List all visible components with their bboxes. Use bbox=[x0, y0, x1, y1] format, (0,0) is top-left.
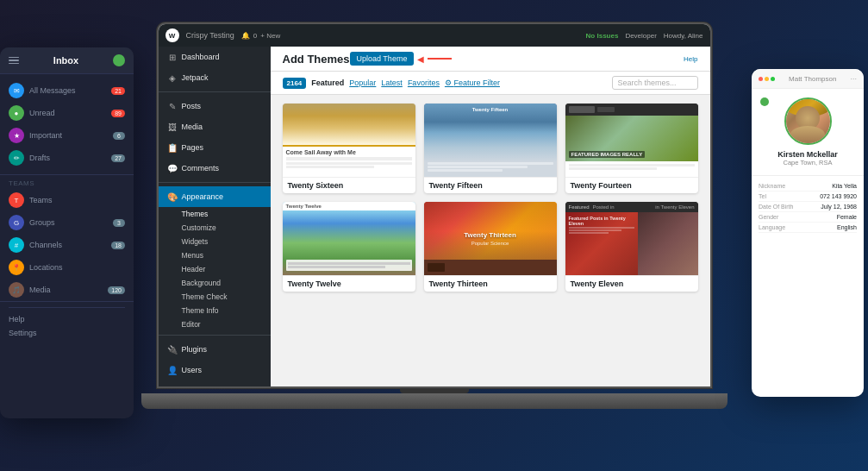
media-label: Media bbox=[29, 286, 51, 294]
groups-item[interactable]: G Groups 3 bbox=[0, 211, 134, 234]
unread-badge: 89 bbox=[111, 110, 125, 117]
laptop-screen: W Crispy Testing 🔔 0 + New No Issues Dev… bbox=[159, 24, 710, 386]
rp-avatar-image bbox=[786, 99, 830, 143]
plugins-icon: 🔌 bbox=[167, 344, 178, 355]
sidebar-item-comments[interactable]: 💬 Comments bbox=[159, 158, 271, 179]
theme-name-twelve: Twenty Twelve bbox=[283, 275, 415, 292]
sidebar-item-jetpack[interactable]: ◈ Jetpack bbox=[159, 67, 271, 88]
site-name: Crispy Testing bbox=[186, 31, 234, 40]
filter-featured[interactable]: Featured bbox=[311, 78, 344, 87]
howdy-label[interactable]: Howdy, Aline bbox=[664, 32, 703, 40]
rp-menu-icon[interactable]: ··· bbox=[850, 74, 857, 83]
rp-dots bbox=[759, 77, 775, 81]
arrow-pointer bbox=[417, 53, 452, 64]
topbar-icons: 🔔 0 + New bbox=[241, 32, 280, 40]
sidebar-item-dashboard[interactable]: ⊞ Dashboard bbox=[159, 47, 271, 67]
sidebar-sub-customize[interactable]: Customize bbox=[159, 221, 271, 235]
media-badge: 120 bbox=[108, 286, 125, 294]
drafts-icon: ✏ bbox=[9, 150, 24, 166]
theme-count-badge: 2164 bbox=[283, 78, 307, 89]
sidebar-sub-theme-check[interactable]: Theme Check bbox=[159, 290, 271, 304]
theme-card-twenty-eleven[interactable]: Featured Posted in in Twenty Eleven Feat… bbox=[565, 202, 698, 292]
all-messages-item[interactable]: ✉ All Messages 21 bbox=[0, 79, 134, 102]
label-gender: Gender bbox=[759, 214, 778, 220]
dashboard-label: Dashboard bbox=[182, 53, 220, 61]
wp-screen: W Crispy Testing 🔔 0 + New No Issues Dev… bbox=[159, 24, 710, 386]
left-panel-header: Inbox bbox=[0, 47, 134, 74]
filter-favorites[interactable]: Favorites bbox=[408, 78, 440, 87]
value-language: English bbox=[837, 224, 857, 230]
online-status-dot bbox=[760, 97, 769, 106]
page-title: Add Themes bbox=[283, 53, 350, 66]
label-dob: Date Of Birth bbox=[759, 204, 793, 210]
teams-item[interactable]: T Teams bbox=[0, 189, 134, 211]
info-row-nickname: Nickname Kita Yella bbox=[759, 181, 857, 192]
sidebar-sub-background[interactable]: Background bbox=[159, 276, 271, 290]
theme-thumbnail-fifteen: Twenty Fifteen bbox=[424, 104, 557, 177]
sidebar-sub-theme-info[interactable]: Theme Info bbox=[159, 304, 271, 317]
developer-link[interactable]: Developer bbox=[625, 32, 656, 40]
locations-icon: 📍 bbox=[9, 260, 24, 275]
settings-link[interactable]: Settings bbox=[9, 326, 125, 340]
theme-card-twenty-sixteen[interactable]: Come Sail Away with Me Twenty Sixteen bbox=[283, 104, 415, 193]
inbox-title: Inbox bbox=[53, 55, 78, 66]
sidebar-item-posts[interactable]: ✎ Posts bbox=[159, 96, 271, 116]
unread-item[interactable]: ● Unread 89 bbox=[0, 102, 134, 124]
dashboard-icon: ⊞ bbox=[167, 52, 178, 62]
rp-info-table: Nickname Kita Yella Tel 072 143 9920 Dat… bbox=[752, 176, 864, 238]
jetpack-icon: ◈ bbox=[167, 72, 178, 83]
filter-latest[interactable]: Latest bbox=[381, 78, 403, 87]
sidebar-item-users[interactable]: 👤 Users bbox=[159, 360, 271, 380]
rp-header: Matt Thompson ··· bbox=[752, 69, 864, 89]
locations-item[interactable]: 📍 Locations bbox=[0, 256, 134, 279]
users-label: Users bbox=[182, 366, 203, 374]
groups-badge: 3 bbox=[113, 219, 125, 227]
jetpack-label: Jetpack bbox=[182, 73, 209, 82]
tools-icon: 🔧 bbox=[167, 386, 178, 386]
laptop-wrapper: W Crispy Testing 🔔 0 + New No Issues Dev… bbox=[141, 24, 727, 447]
sidebar-sub-editor[interactable]: Editor bbox=[159, 317, 271, 331]
sidebar-sub-themes[interactable]: Themes bbox=[159, 207, 271, 221]
important-badge: 6 bbox=[113, 132, 125, 140]
sidebar-sub-header[interactable]: Header bbox=[159, 262, 271, 276]
channels-item[interactable]: # Channels 18 bbox=[0, 234, 134, 256]
info-row-tel: Tel 072 143 9920 bbox=[759, 192, 857, 202]
sidebar-item-tools[interactable]: 🔧 Tools bbox=[159, 380, 271, 386]
filter-feature-filter[interactable]: ⚙ Feature Filter bbox=[445, 78, 500, 87]
wp-body: ⊞ Dashboard ◈ Jetpack ✎ Posts 🖼 Media bbox=[159, 47, 710, 386]
media-item[interactable]: 🎵 Media 120 bbox=[0, 279, 134, 301]
hamburger-icon[interactable] bbox=[9, 57, 19, 65]
sidebar-item-media[interactable]: 🖼 Media bbox=[159, 116, 271, 137]
sidebar-sub-menus[interactable]: Menus bbox=[159, 248, 271, 262]
theme-card-twenty-twelve[interactable]: Twenty Twelve Twenty Twelve bbox=[283, 202, 415, 292]
important-item[interactable]: ★ Important 6 bbox=[0, 124, 134, 147]
important-label: Important bbox=[29, 131, 62, 140]
left-chat-panel: Inbox ✉ All Messages 21 ● Unread 89 ★ Im… bbox=[0, 47, 134, 418]
drafts-item[interactable]: ✏ Drafts 27 bbox=[0, 147, 134, 169]
sidebar-item-appearance[interactable]: 🎨 Appearance bbox=[159, 186, 271, 207]
search-themes-input[interactable]: Search themes... bbox=[612, 76, 698, 90]
teams-section-label: Teams bbox=[0, 175, 134, 189]
sidebar-sub-widgets[interactable]: Widgets bbox=[159, 235, 271, 248]
theme-card-twenty-fifteen[interactable]: Twenty Fifteen Twenty Fifteen bbox=[424, 104, 557, 193]
theme-card-twenty-fourteen[interactable]: FEATURED IMAGES REALLY Twenty Fourteen bbox=[565, 104, 698, 193]
sidebar-item-pages[interactable]: 📋 Pages bbox=[159, 137, 271, 158]
theme-name-fifteen: Twenty Fifteen bbox=[424, 177, 557, 193]
content-header: Add Themes Upload Theme Help bbox=[271, 47, 710, 72]
all-messages-label: All Messages bbox=[29, 86, 76, 95]
add-inbox-icon[interactable] bbox=[113, 54, 125, 66]
help-label[interactable]: Help bbox=[684, 55, 697, 63]
help-link[interactable]: Help bbox=[9, 312, 125, 326]
label-tel: Tel bbox=[759, 193, 766, 199]
theme-card-twenty-thirteen[interactable]: Twenty Thirteen Popular Science Twenty T… bbox=[424, 202, 557, 292]
theme-thumbnail-thirteen: Twenty Thirteen Popular Science bbox=[424, 202, 557, 275]
upload-theme-button[interactable]: Upload Theme bbox=[350, 52, 415, 66]
important-icon: ★ bbox=[9, 128, 24, 143]
filter-popular[interactable]: Popular bbox=[349, 78, 376, 87]
wp-logo: W bbox=[165, 28, 179, 42]
sidebar-item-plugins[interactable]: 🔌 Plugins bbox=[159, 339, 271, 360]
plugins-label: Plugins bbox=[182, 345, 208, 354]
wp-main-content: Add Themes Upload Theme Help 2164 Featur… bbox=[271, 47, 710, 386]
appearance-label: Appearance bbox=[182, 192, 224, 201]
groups-icon: G bbox=[9, 215, 24, 230]
